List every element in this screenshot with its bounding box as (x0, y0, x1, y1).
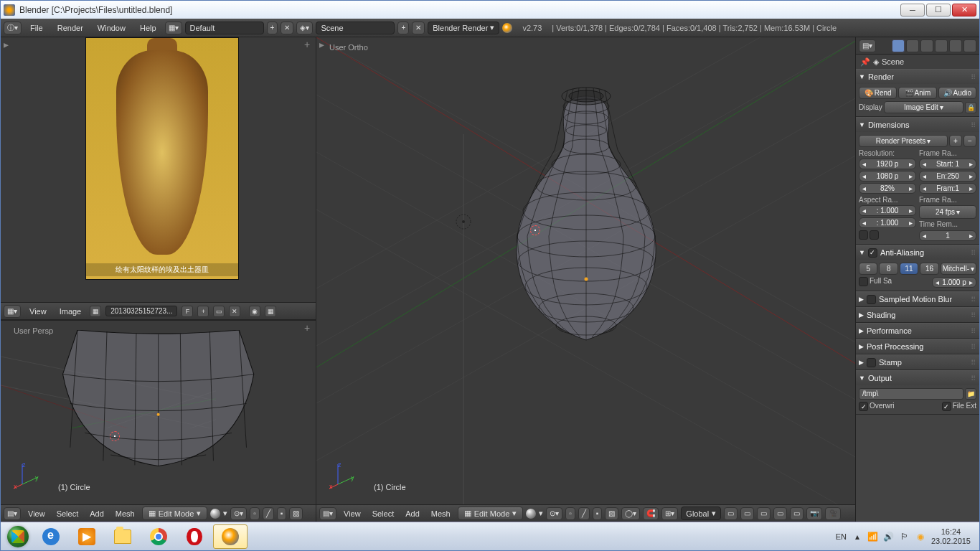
overwrite-checkbox[interactable] (859, 402, 868, 411)
editor-type-props-icon[interactable]: ▤▾ (859, 39, 876, 52)
img-menu-image[interactable]: Image (55, 306, 86, 317)
editor-type-image-icon[interactable]: ▦▾ (4, 305, 21, 318)
pivot-icon[interactable]: ⊙▾ (230, 507, 247, 520)
tray-app-icon[interactable]: ◉ (915, 532, 925, 542)
image-add-button[interactable]: + (197, 306, 209, 317)
lock-camera-icon[interactable]: 🎥 (825, 507, 841, 520)
task-opera[interactable] (177, 524, 212, 549)
close-button[interactable]: ✕ (952, 4, 976, 17)
minimize-button[interactable]: ─ (900, 4, 925, 17)
menu-select-3d[interactable]: Select (368, 508, 399, 519)
pin-button[interactable]: ◉ (249, 306, 260, 317)
image-browse-icon[interactable]: ▦ (90, 306, 101, 317)
menu-mesh-3d[interactable]: Mesh (111, 508, 139, 519)
menu-view-3d[interactable]: View (24, 508, 50, 519)
panel-motion-blur-head[interactable]: ▶Sampled Motion Blur⠿ (856, 292, 979, 306)
preset-remove-button[interactable]: − (963, 135, 976, 147)
mode-select[interactable]: ▦Edit Mode▾ (458, 507, 524, 520)
fileext-checkbox[interactable] (942, 402, 951, 411)
stamp-checkbox[interactable] (867, 358, 876, 367)
image-name-field[interactable]: 20130325152723... (105, 306, 177, 316)
menu-file[interactable]: File (24, 22, 49, 34)
render-button[interactable]: 🎨Rend (859, 87, 897, 99)
lang-indicator[interactable]: EN (836, 532, 847, 541)
panel-stamp-head[interactable]: ▶Stamp⠿ (856, 355, 979, 369)
uv-image-editor[interactable]: ▸ + 绘有太阳纹样的埃及出土器皿 ▦▾ View Image ▦ 201303… (1, 37, 316, 320)
panel-antialias-head[interactable]: ▼Anti-Aliasing⠿ (856, 245, 979, 260)
tab-scene[interactable] (920, 39, 933, 52)
tray-show-hidden-icon[interactable]: ▴ (852, 532, 862, 542)
limit-selection-icon[interactable]: ▨ (605, 507, 618, 520)
plus-icon[interactable]: + (304, 324, 313, 332)
tab-render[interactable] (892, 39, 905, 52)
pivot-icon[interactable]: ⊙▾ (546, 507, 562, 520)
fake-user-button[interactable]: F (182, 306, 193, 317)
layer-button[interactable]: ▭ (773, 507, 787, 520)
audio-button[interactable]: 🔊Audio (938, 87, 976, 99)
proportional-edit-icon[interactable]: ◯▾ (621, 507, 640, 520)
menu-render[interactable]: Render (52, 22, 89, 34)
frame-start-field[interactable]: ◂Start: 1▸ (919, 159, 976, 169)
anim-button[interactable]: 🎬Anim (898, 87, 936, 99)
task-media-player[interactable]: ▶ (70, 524, 104, 549)
edge-select-icon[interactable]: ╱ (263, 507, 274, 520)
clock[interactable]: 16:24 23.02.2015 (931, 527, 971, 545)
start-button[interactable] (4, 525, 32, 548)
tab-object[interactable] (949, 39, 962, 52)
task-blender[interactable] (213, 524, 248, 549)
editor-type-3d-icon[interactable]: ▤▾ (319, 507, 336, 520)
pin-icon[interactable]: 📌 (860, 57, 870, 67)
menu-window[interactable]: Window (92, 22, 131, 34)
tab-constraints[interactable] (963, 39, 976, 52)
scene-select[interactable]: Scene (316, 22, 395, 34)
task-ie[interactable] (34, 524, 68, 549)
task-chrome[interactable] (141, 524, 176, 549)
plus-icon[interactable]: + (304, 40, 313, 49)
tray-network-icon[interactable]: 📶 (868, 532, 878, 542)
full-sample-checkbox[interactable] (859, 277, 868, 286)
aa-16-button[interactable]: 16 (920, 263, 938, 275)
aspect-y-field[interactable]: ◂: 1.000▸ (859, 217, 916, 228)
layer-button[interactable]: ▭ (790, 507, 804, 520)
expand-icon[interactable]: ▸ (319, 40, 328, 49)
antialias-checkbox[interactable] (868, 248, 877, 258)
face-select-icon[interactable]: ▪ (593, 507, 603, 520)
tab-render-layers[interactable] (906, 39, 919, 52)
render-presets-select[interactable]: Render Presets▾ (859, 135, 948, 147)
limit-selection-icon[interactable]: ▨ (289, 507, 303, 520)
screen-browse-icon[interactable]: ▦▾ (165, 22, 182, 34)
preset-add-button[interactable]: + (949, 135, 962, 147)
img-menu-view[interactable]: View (25, 306, 51, 317)
3d-view-ortho[interactable]: User Ortho ▸ (316, 37, 855, 504)
panel-dimensions-head[interactable]: ▼Dimensions⠿ (856, 118, 979, 132)
tray-action-center-icon[interactable]: 🏳 (900, 532, 910, 542)
output-browse-button[interactable]: 📁 (965, 388, 976, 400)
image-unlink-button[interactable]: ✕ (229, 306, 240, 317)
aa-filter-select[interactable]: Mitchell-▾ (941, 263, 976, 275)
expand-icon[interactable]: ▸ (4, 40, 12, 49)
resolution-x-field[interactable]: ◂1920 p▸ (859, 159, 916, 169)
snap-icon[interactable]: 🧲 (643, 507, 659, 520)
screen-add-button[interactable]: + (267, 22, 278, 34)
aa-5-button[interactable]: 5 (859, 263, 877, 275)
editor-type-3d-icon[interactable]: ▤▾ (4, 507, 21, 520)
render-view-icon[interactable]: 📷 (806, 507, 822, 520)
aa-8-button[interactable]: 8 (879, 263, 897, 275)
panel-render-head[interactable]: ▼Render⠿ (856, 70, 979, 84)
frame-step-field[interactable]: ◂Fram:1▸ (919, 183, 976, 194)
vertex-select-icon[interactable]: ▫ (565, 507, 575, 520)
menu-select-3d[interactable]: Select (52, 508, 83, 519)
motion-blur-checkbox[interactable] (867, 295, 876, 304)
panel-shading-head[interactable]: ▶Shading⠿ (856, 308, 979, 322)
layer-button[interactable]: ▭ (740, 507, 754, 520)
layer-button[interactable]: ▭ (724, 507, 738, 520)
panel-output-head[interactable]: ▼Output⠿ (856, 371, 979, 385)
time-old-field[interactable]: ◂1▸ (919, 230, 976, 241)
transform-orientation[interactable]: Global▾ (681, 507, 721, 520)
shading-mode-icon[interactable] (210, 509, 220, 519)
mode-select[interactable]: ▦Edit Mode▾ (142, 507, 208, 520)
uv-select-button[interactable]: ▦ (265, 306, 276, 317)
aa-11-button[interactable]: 11 (900, 263, 918, 275)
layer-button[interactable]: ▭ (757, 507, 771, 520)
resolution-y-field[interactable]: ◂1080 p▸ (859, 171, 916, 182)
